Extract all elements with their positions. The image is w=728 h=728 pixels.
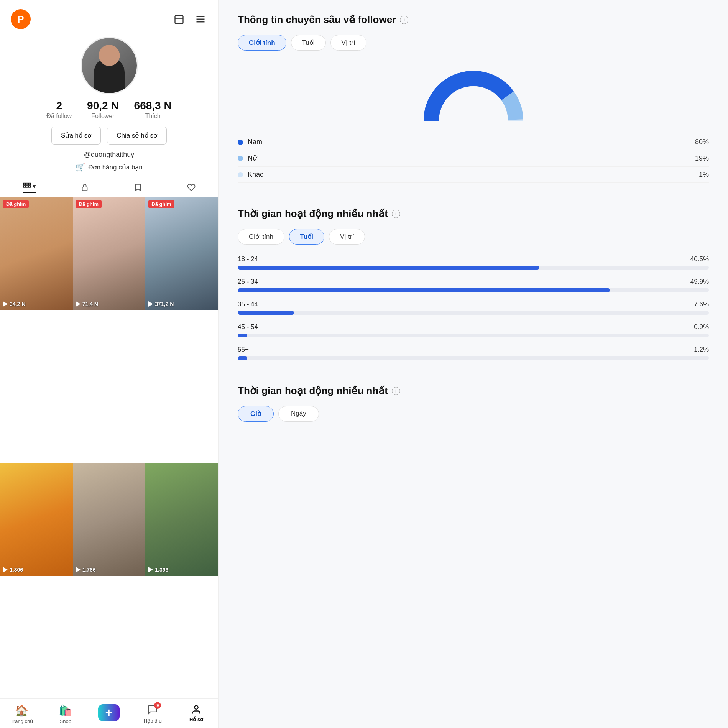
bar-55plus: 55+ 1.2% [238, 346, 709, 360]
age-bars: 18 - 24 40.5% 25 - 34 49.9% 35 - 44 7.6% [238, 255, 709, 360]
order-row[interactable]: 🛒 Đơn hàng của bạn [76, 163, 143, 172]
video-cell-6[interactable]: 1.393 [145, 463, 218, 576]
top-icons [172, 12, 207, 26]
nav-plus[interactable] [87, 704, 131, 724]
nav-profile-label: Hồ sơ [189, 716, 203, 722]
gender-chart [238, 61, 709, 123]
tab-heart[interactable] [187, 183, 196, 192]
legend-pct-nam: 80% [695, 138, 709, 146]
share-profile-button[interactable]: Chia sẻ hồ sơ [107, 127, 167, 145]
bar-pct-45-54: 0.9% [694, 323, 709, 331]
nav-home[interactable]: 🏠 Trang chủ [0, 704, 44, 724]
stat-following: 2 Đã follow [46, 100, 72, 120]
calendar-icon[interactable] [172, 12, 186, 26]
nav-profile[interactable]: Hồ sơ [174, 704, 218, 724]
bar-45-54: 45 - 54 0.9% [238, 323, 709, 337]
stats-row: 2 Đã follow 90,2 N Follower 668,3 N Thíc… [46, 100, 171, 120]
tab-gender[interactable]: Giới tính [238, 35, 286, 51]
bar-fill-45-54 [238, 334, 247, 337]
svg-rect-7 [23, 183, 25, 185]
legend-label-khac: Khác [248, 171, 263, 179]
bar-fill-35-44 [238, 311, 294, 315]
svg-rect-13 [82, 187, 87, 191]
tab-time-ngay[interactable]: Ngày [278, 406, 319, 422]
nav-shop[interactable]: 🛍️ Shop [44, 704, 87, 724]
tab-activity-gender[interactable]: Giới tính [238, 229, 284, 245]
pinned-badge-1: Đã ghim [3, 200, 29, 208]
tab-grid[interactable]: ▾ [23, 182, 36, 193]
avatar [81, 37, 138, 94]
profile-section: 2 Đã follow 90,2 N Follower 668,3 N Thíc… [0, 33, 218, 178]
follower-info-icon[interactable]: i [400, 16, 408, 24]
nav-inbox[interactable]: Hộp thư [131, 704, 174, 724]
p-logo: P [11, 9, 31, 29]
legend-pct-nu: 19% [695, 154, 709, 163]
stat-likes: 668,3 N Thích [134, 100, 172, 120]
activity-time-2-title: Thời gian hoạt động nhiều nhất i [238, 385, 709, 397]
bar-fill-18-24 [238, 266, 539, 270]
tab-age[interactable]: Tuổi [291, 35, 326, 51]
followers-label: Follower [91, 113, 114, 120]
activity-time-1-title: Thời gian hoạt động nhiều nhất i [238, 208, 709, 220]
gender-legend: Nam 80% Nữ 19% Khác 1% [238, 134, 709, 183]
bar-track-45-54 [238, 334, 709, 337]
follower-filter-tabs: Giới tính Tuổi Vị trí [238, 35, 709, 51]
video-cell-5[interactable]: 1.766 [73, 463, 146, 576]
svg-point-16 [194, 706, 198, 709]
svg-rect-8 [26, 183, 28, 185]
pinned-badge-2: Đã ghim [76, 200, 102, 208]
bar-pct-18-24: 40.5% [690, 255, 709, 263]
video-grid: Đã ghim 34,2 N Đã ghim 71,4 N Đã ghim 37… [0, 197, 218, 728]
right-panel: Thông tin chuyên sâu về follower i Giới … [219, 0, 728, 728]
followers-count: 90,2 N [87, 100, 119, 112]
legend-khac: Khác 1% [238, 167, 709, 183]
video-cell-4[interactable]: 1.306 [0, 463, 73, 576]
bar-track-55plus [238, 356, 709, 360]
video-cell-1[interactable]: Đã ghim 34,2 N [0, 197, 73, 310]
tab-time-gio[interactable]: Giờ [238, 406, 274, 422]
bar-track-25-34 [238, 288, 709, 292]
menu-icon[interactable] [194, 12, 207, 26]
shop-icon: 🛍️ [59, 704, 72, 717]
play-count-3: 371,2 N [148, 301, 174, 307]
bar-age-35-44: 35 - 44 [238, 301, 258, 308]
bar-track-35-44 [238, 311, 709, 315]
legend-label-nam: Nam [248, 138, 262, 146]
bar-track-18-24 [238, 266, 709, 270]
svg-rect-11 [26, 186, 28, 187]
avatar-image [82, 38, 137, 93]
legend-nam: Nam 80% [238, 134, 709, 150]
activity-time-2-info-icon[interactable]: i [392, 387, 400, 395]
tab-activity-location[interactable]: Vị trí [329, 229, 365, 245]
tab-icons-row: ▾ [0, 178, 218, 197]
home-icon: 🏠 [15, 704, 28, 717]
svg-rect-12 [28, 186, 30, 187]
likes-count: 668,3 N [134, 100, 172, 112]
follower-info-title: Thông tin chuyên sâu về follower i [238, 14, 709, 26]
order-text: Đơn hàng của bạn [88, 163, 143, 171]
likes-label: Thích [145, 113, 161, 120]
action-buttons: Sửa hồ sơ Chia sẻ hồ sơ [51, 127, 167, 145]
legend-dot-nam [238, 140, 243, 145]
edit-profile-button[interactable]: Sửa hồ sơ [51, 127, 101, 145]
bar-fill-25-34 [238, 288, 610, 292]
video-cell-2[interactable]: Đã ghim 71,4 N [73, 197, 146, 310]
tab-location[interactable]: Vị trí [330, 35, 366, 51]
video-cell-3[interactable]: Đã ghim 371,2 N [145, 197, 218, 310]
tab-bookmark[interactable] [134, 183, 142, 192]
bar-age-55plus: 55+ [238, 346, 249, 353]
divider-1 [238, 197, 709, 197]
activity-time-1-info-icon[interactable]: i [392, 210, 400, 218]
legend-label-nu: Nữ [248, 154, 257, 163]
bar-pct-35-44: 7.6% [694, 301, 709, 308]
play-count-6: 1.393 [148, 567, 168, 573]
tab-lock[interactable] [81, 183, 89, 192]
bar-age-18-24: 18 - 24 [238, 255, 258, 263]
svg-rect-10 [23, 186, 25, 187]
tab-activity-age[interactable]: Tuổi [289, 229, 324, 245]
legend-dot-nu [238, 156, 243, 161]
time-tabs: Giờ Ngày [238, 406, 709, 422]
play-count-4: 1.306 [3, 567, 23, 573]
following-count: 2 [56, 100, 62, 112]
plus-button[interactable] [98, 704, 120, 721]
